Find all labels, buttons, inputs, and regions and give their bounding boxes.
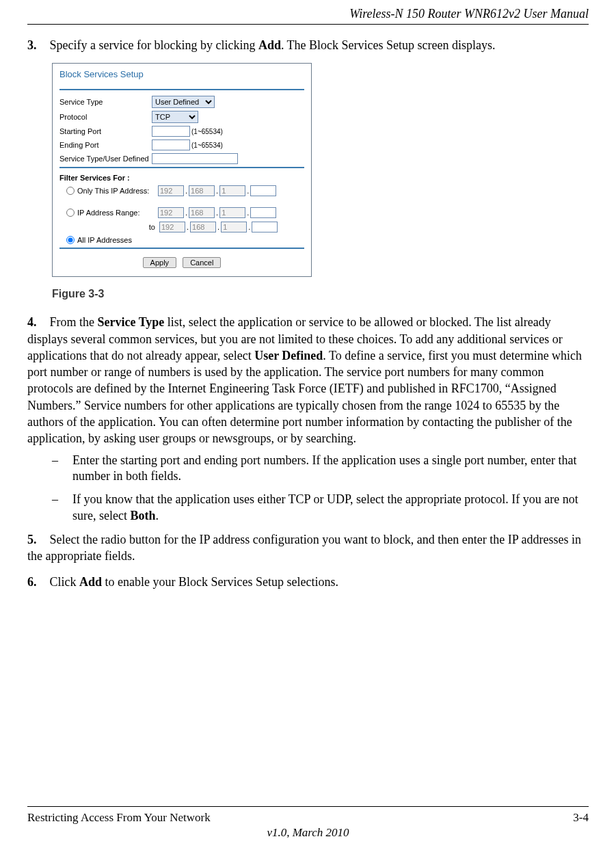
step-4b-dash: –: [52, 492, 72, 524]
step-4-b2: User Defined: [254, 349, 323, 362]
only-ip-oct4[interactable]: [250, 185, 276, 196]
step-6-number: 6.: [27, 574, 46, 590]
range-to-oct2[interactable]: [190, 222, 216, 232]
step-3-bold: Add: [258, 38, 281, 52]
radio-ip-range[interactable]: [66, 209, 75, 217]
user-defined-input[interactable]: [152, 153, 238, 164]
step-5-text: Select the radio button for the IP addre…: [27, 533, 581, 563]
label-ending-port: Ending Port: [59, 141, 152, 149]
footer-version: v1.0, March 2010: [27, 826, 589, 840]
range-from-oct1[interactable]: [158, 207, 184, 218]
service-type-select[interactable]: User Defined: [152, 96, 215, 108]
starting-port-input[interactable]: [152, 126, 190, 137]
ending-port-input[interactable]: [152, 139, 190, 150]
block-services-setup-screenshot: Block Services Setup Service Type User D…: [52, 63, 312, 277]
radio-all-ip[interactable]: [66, 236, 75, 244]
step-6-post: to enable your Block Services Setup sele…: [102, 575, 338, 589]
step-4b: – If you know that the application uses …: [52, 492, 589, 524]
range-to-oct4[interactable]: [252, 222, 278, 232]
only-ip-oct1[interactable]: [158, 185, 184, 196]
footer-left: Restricting Access From Your Network: [27, 811, 211, 825]
range-from-oct4[interactable]: [250, 207, 276, 218]
header-rule: [27, 24, 589, 25]
range-to-oct1[interactable]: [159, 222, 185, 232]
label-filter-for: Filter Services For :: [59, 174, 304, 182]
step-4a: – Enter the starting port and ending por…: [52, 453, 589, 485]
step-4-post: . To define a service, first you must de…: [27, 349, 582, 445]
label-ip-range: IP Address Range:: [77, 209, 158, 217]
starting-port-hint: (1~65534): [191, 128, 223, 135]
cancel-button[interactable]: Cancel: [183, 257, 221, 268]
label-to: to: [66, 223, 159, 231]
step-5: 5. Select the radio button for the IP ad…: [27, 531, 589, 565]
step-6-bold: Add: [79, 575, 102, 589]
ss-sep-1: [59, 89, 304, 90]
step-5-number: 5.: [27, 531, 46, 548]
footer-page-number: 3-4: [573, 811, 589, 825]
label-protocol: Protocol: [59, 113, 152, 121]
page-header-title: Wireless-N 150 Router WNR612v2 User Manu…: [27, 7, 589, 21]
step-3-number: 3.: [27, 37, 46, 53]
figure-caption: Figure 3-3: [52, 288, 589, 300]
protocol-select[interactable]: TCP: [152, 111, 198, 123]
step-4a-text: Enter the starting port and ending port …: [72, 453, 589, 485]
range-to-oct3[interactable]: [221, 222, 247, 232]
range-from-oct2[interactable]: [189, 207, 215, 218]
step-4-pre: From the: [50, 315, 98, 329]
label-user-defined: Service Type/User Defined: [59, 155, 152, 163]
range-from-oct3[interactable]: [219, 207, 245, 218]
label-all-ip: All IP Addresses: [77, 236, 158, 244]
step-6: 6. Click Add to enable your Block Servic…: [27, 574, 589, 590]
label-service-type: Service Type: [59, 98, 152, 106]
only-ip-oct3[interactable]: [219, 185, 245, 196]
step-6-pre: Click: [50, 575, 80, 589]
step-3-text-post: . The Block Services Setup screen displa…: [281, 38, 496, 52]
step-4b-post: .: [155, 509, 159, 522]
ss-sep-3: [59, 248, 304, 249]
step-4: 4. From the Service Type list, select th…: [27, 314, 589, 447]
step-4a-dash: –: [52, 453, 72, 485]
footer-rule: [27, 806, 589, 807]
step-3: 3. Specify a service for blocking by cli…: [27, 37, 589, 53]
label-starting-port: Starting Port: [59, 127, 152, 135]
ss-sep-2: [59, 167, 304, 168]
label-only-this-ip: Only This IP Address:: [77, 187, 158, 195]
ss-title: Block Services Setup: [59, 69, 304, 79]
step-4-b1: Service Type: [98, 315, 165, 329]
step-3-text-pre: Specify a service for blocking by clicki…: [50, 38, 258, 52]
page-footer: Restricting Access From Your Network 3-4…: [27, 806, 589, 840]
apply-button[interactable]: Apply: [143, 257, 177, 268]
only-ip-oct2[interactable]: [189, 185, 215, 196]
step-4b-bold: Both: [130, 509, 155, 522]
ending-port-hint: (1~65534): [191, 142, 223, 149]
step-4-number: 4.: [27, 314, 46, 330]
radio-only-this-ip[interactable]: [66, 187, 75, 195]
